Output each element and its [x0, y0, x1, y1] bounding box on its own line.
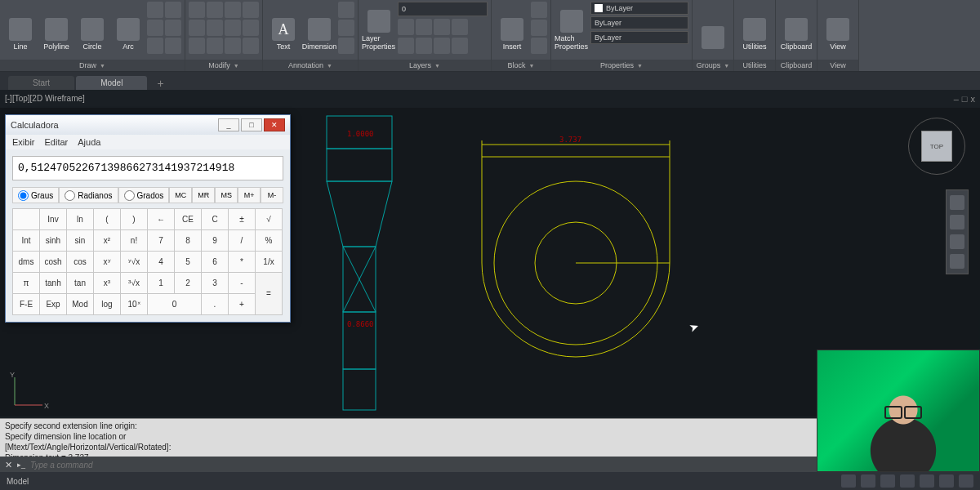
draw-tool-6[interactable] — [165, 38, 181, 54]
status-lwt-button[interactable] — [939, 474, 954, 488]
layer-tool-5[interactable] — [398, 38, 414, 54]
viewport-label[interactable]: [-][Top][2D Wireframe] — [5, 94, 85, 103]
calc-key[interactable]: log — [94, 294, 121, 315]
calc-key[interactable]: Int — [13, 230, 40, 252]
calc-key[interactable]: tanh — [40, 273, 67, 294]
status-grid-button[interactable] — [841, 474, 856, 488]
draw-tool-1[interactable] — [147, 2, 163, 18]
annot-tool[interactable] — [338, 38, 354, 54]
paste-button[interactable]: Clipboard — [779, 2, 813, 52]
calc-key[interactable]: ³√x — [121, 273, 148, 294]
calc-key[interactable]: / — [229, 230, 256, 252]
status-ortho-button[interactable] — [880, 474, 895, 488]
layer-tool-1[interactable] — [398, 19, 414, 35]
file-tab-add-button[interactable]: + — [149, 77, 172, 90]
calc-key[interactable]: 2 — [175, 273, 202, 294]
match-properties-button[interactable]: Match Properties — [555, 2, 589, 52]
stretch-button[interactable] — [189, 38, 205, 54]
calc-mplus-button[interactable]: M+ — [238, 187, 261, 203]
calc-mr-button[interactable]: MR — [192, 187, 215, 203]
calc-key[interactable]: x² — [94, 230, 121, 252]
chevron-down-icon[interactable]: ▼ — [529, 63, 535, 69]
group-button[interactable] — [696, 2, 730, 52]
circle-button[interactable]: Circle — [75, 2, 109, 52]
layer-tool-3[interactable] — [434, 19, 450, 35]
calc-menu-view[interactable]: Exibir — [12, 137, 35, 147]
viewcube-top-face[interactable]: TOP — [921, 131, 952, 162]
command-close-button[interactable]: ✕ — [5, 460, 12, 470]
calc-mminus-button[interactable]: M- — [261, 187, 283, 203]
calc-mc-button[interactable]: MC — [169, 187, 192, 203]
chevron-down-icon[interactable]: ▼ — [100, 63, 105, 69]
calc-close-button[interactable]: ✕ — [264, 118, 285, 131]
calc-key[interactable]: ) — [121, 209, 148, 230]
linetype-combo[interactable]: ByLayer — [590, 31, 688, 44]
chevron-down-icon[interactable]: ▼ — [637, 63, 643, 69]
layer-tool-2[interactable] — [416, 19, 432, 35]
chevron-down-icon[interactable]: ▼ — [724, 63, 729, 69]
calc-key[interactable]: 6 — [202, 252, 229, 273]
status-snap-button[interactable] — [861, 474, 875, 488]
line-button[interactable]: Line — [3, 2, 38, 52]
calc-key[interactable]: * — [229, 252, 256, 273]
layer-tool-6[interactable] — [416, 38, 432, 54]
calc-key[interactable]: ± — [229, 209, 256, 230]
calc-key[interactable]: % — [256, 230, 283, 252]
calc-key[interactable]: 10ˣ — [121, 294, 148, 315]
layer-tool-4[interactable] — [452, 19, 468, 35]
file-tab-active[interactable]: Model — [76, 76, 147, 90]
table-button[interactable] — [338, 20, 354, 36]
viewcube[interactable]: TOP — [908, 118, 965, 175]
layer-tool-8[interactable] — [452, 38, 468, 54]
calc-key[interactable]: x³ — [94, 273, 121, 294]
doc-maximize-button[interactable]: □ — [962, 94, 968, 104]
draw-tool-5[interactable] — [165, 20, 181, 36]
leader-button[interactable] — [338, 2, 354, 18]
calc-key[interactable]: 7 — [148, 230, 175, 252]
calc-key[interactable]: ʸ√x — [121, 252, 148, 273]
layer-properties-button[interactable]: Layer Properties — [362, 2, 396, 52]
calc-key[interactable]: sin — [67, 230, 94, 252]
calc-key[interactable]: 0 — [148, 294, 202, 315]
calculator-window[interactable]: Calculadora _ □ ✕ Exibir Editar Ajuda 0,… — [5, 114, 291, 323]
chevron-down-icon[interactable]: ▼ — [234, 63, 239, 69]
color-combo[interactable]: ByLayer — [590, 2, 688, 15]
status-polar-button[interactable] — [900, 474, 915, 488]
calc-key[interactable] — [13, 209, 40, 230]
calc-key[interactable]: Mod — [67, 294, 94, 315]
calc-key[interactable]: 8 — [175, 230, 202, 252]
calc-key[interactable]: sinh — [40, 230, 67, 252]
calc-mode-radians[interactable]: Radianos — [59, 187, 118, 203]
calc-key[interactable]: tan — [67, 273, 94, 294]
draw-tool-4[interactable] — [165, 2, 181, 18]
calc-key[interactable]: dms — [13, 252, 40, 273]
insert-block-button[interactable]: Insert — [495, 2, 529, 52]
current-layer-combo[interactable]: 0 — [398, 2, 488, 16]
dimension-button[interactable]: Dimension — [302, 2, 336, 52]
calc-key[interactable]: CE — [175, 209, 202, 230]
calc-key[interactable]: cosh — [40, 252, 67, 273]
chevron-down-icon[interactable]: ▼ — [327, 63, 332, 69]
calc-key[interactable]: n! — [121, 230, 148, 252]
calc-mode-degrees[interactable]: Graus — [12, 187, 59, 203]
calc-key[interactable]: 1/x — [256, 252, 283, 273]
status-annot-button[interactable] — [959, 474, 973, 488]
calc-minimize-button[interactable]: _ — [218, 118, 239, 131]
fillet-button[interactable] — [225, 20, 241, 36]
calc-menu-help[interactable]: Ajuda — [78, 137, 100, 147]
status-osnap-button[interactable] — [920, 474, 934, 488]
modify-tool-b[interactable] — [243, 20, 259, 36]
rotate-button[interactable] — [207, 2, 223, 18]
calc-key[interactable]: cos — [67, 252, 94, 273]
calc-key[interactable]: ( — [94, 209, 121, 230]
copy-button[interactable] — [189, 20, 205, 36]
text-button[interactable]: AText — [266, 2, 301, 52]
calc-key[interactable]: Exp — [40, 294, 67, 315]
trim-button[interactable] — [225, 2, 241, 18]
view-button[interactable]: View — [821, 2, 855, 52]
polyline-button[interactable]: Polyline — [39, 2, 74, 52]
calc-mode-grads[interactable]: Grados — [118, 187, 170, 203]
arc-button[interactable]: Arc — [111, 2, 145, 52]
calc-key[interactable]: ← — [148, 209, 175, 230]
draw-tool-2[interactable] — [147, 20, 163, 36]
